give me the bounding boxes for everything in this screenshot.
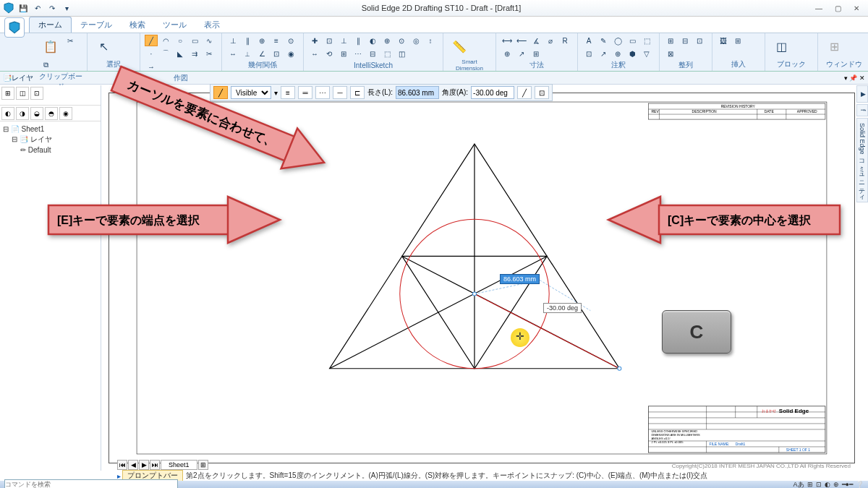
vtab-community[interactable]: Solid Edgeコミュニティ [856, 118, 868, 203]
panel-btn[interactable]: ◐ [1, 107, 14, 120]
tab-tools[interactable]: ツール [154, 17, 195, 33]
smart-dimension-button[interactable]: 📏 [448, 35, 471, 58]
maximize-button[interactable]: ▢ [829, 2, 846, 14]
ins-icon[interactable]: ⊞ [731, 35, 744, 46]
dim-icon[interactable]: ⊕ [501, 48, 514, 59]
zoom-fit-icon[interactable]: ⊕ [833, 481, 839, 488]
pin-icon[interactable]: ▾ 📌 ✕ [844, 74, 865, 82]
dim-icon[interactable]: ⌀ [544, 35, 557, 46]
ann-icon[interactable]: ⬢ [626, 48, 639, 59]
ann-icon[interactable]: ⊡ [582, 48, 595, 59]
panel-btn[interactable]: ◑ [16, 107, 29, 120]
is-icon[interactable]: ⟲ [323, 48, 336, 59]
is-icon[interactable]: ⬚ [380, 48, 393, 59]
undo-icon[interactable]: ↶ [32, 2, 43, 14]
dim-icon[interactable]: ∡ [529, 35, 542, 46]
is-icon[interactable]: ⊥ [337, 35, 350, 46]
is-icon[interactable]: ⊟ [366, 48, 379, 59]
is-icon[interactable]: ⋯ [352, 48, 365, 59]
paste-button[interactable]: 📋 [39, 35, 62, 58]
ann-icon[interactable]: ↗ [597, 48, 610, 59]
ann-icon[interactable]: ▽ [640, 48, 653, 59]
vtab-youtube[interactable]: ▶ [856, 85, 868, 103]
select-tool[interactable]: ↖ [92, 35, 115, 58]
offset-tool[interactable]: ⇉ [188, 48, 201, 59]
rel-icon[interactable]: ⟂ [241, 48, 254, 59]
circle-tool[interactable]: ○ [174, 35, 187, 46]
is-icon[interactable]: ⊙ [395, 35, 408, 46]
panel-btn[interactable]: ⊡ [30, 87, 43, 100]
is-icon[interactable]: ↕ [424, 35, 437, 46]
rel-icon[interactable]: ∠ [255, 48, 268, 59]
panel-btn[interactable]: ◫ [16, 87, 29, 100]
dim-icon[interactable]: ↗ [515, 48, 528, 59]
rel-icon[interactable]: ◉ [284, 48, 297, 59]
point-tool[interactable]: · [145, 48, 158, 59]
copy-icon[interactable]: ⧉ [39, 59, 52, 71]
rel-icon[interactable]: ⊕ [255, 35, 268, 46]
tree-node-sheet[interactable]: ⊟ 📄 Sheet1 [3, 124, 98, 134]
rel-icon[interactable]: ⊥ [226, 35, 239, 46]
zoom-slider[interactable]: ━●━ [842, 481, 853, 488]
tab-nav-next[interactable]: ▶ [139, 460, 149, 470]
ann-icon[interactable]: A [582, 35, 595, 46]
arc-tool[interactable]: ◠ [159, 35, 172, 46]
dim-icon[interactable]: R [558, 35, 571, 46]
angle-input[interactable] [471, 86, 514, 99]
is-icon[interactable]: ✚ [308, 35, 321, 46]
is-icon[interactable]: ∥ [352, 35, 365, 46]
redo-icon[interactable]: ↷ [46, 2, 58, 14]
layer-icon[interactable]: 📑 [3, 74, 12, 82]
tab-nav-first[interactable]: ⏮ [117, 460, 127, 470]
cut-icon[interactable]: ✂ [64, 35, 77, 46]
line-tool[interactable]: ╱ [145, 35, 158, 46]
dim-icon[interactable]: ⟷ [501, 35, 514, 46]
panel-btn[interactable]: ◒ [30, 107, 43, 120]
app-menu-icon[interactable] [3, 2, 14, 14]
is-icon[interactable]: ↔ [308, 48, 321, 59]
is-icon[interactable]: ◎ [409, 35, 422, 46]
help-icon[interactable]: ❔ [856, 481, 864, 488]
sheet-tab[interactable]: Sheet1 [161, 460, 197, 470]
arr-icon[interactable]: ⊠ [664, 48, 677, 59]
tree-node-layers[interactable]: ⊟ 📑 レイヤ [3, 134, 98, 145]
rect-tool[interactable]: ▭ [188, 35, 201, 46]
length-input[interactable] [396, 86, 439, 99]
status-icon[interactable]: ⊡ [816, 481, 822, 488]
tree-node-default[interactable]: ✏ Default [3, 145, 98, 155]
tab-table[interactable]: テーブル [72, 17, 121, 33]
rel-icon[interactable]: ⊡ [270, 48, 283, 59]
opt-btn[interactable]: ⊡ [535, 86, 549, 99]
is-icon[interactable]: ⊕ [380, 35, 393, 46]
opt-btn[interactable]: ╱ [517, 86, 532, 99]
dim-icon[interactable]: ⟵ [515, 35, 528, 46]
is-icon[interactable]: ⊞ [337, 48, 350, 59]
panel-btn[interactable]: ◓ [45, 107, 58, 120]
trim-tool[interactable]: ✂ [203, 48, 216, 59]
arr-icon[interactable]: ⊡ [693, 35, 706, 46]
save-icon[interactable]: 💾 [17, 2, 29, 14]
rel-icon[interactable]: ↔ [226, 48, 239, 59]
is-icon[interactable]: ◐ [366, 35, 379, 46]
qat-dropdown-icon[interactable]: ▾ [61, 2, 72, 14]
chamfer-tool[interactable]: ◣ [174, 48, 187, 59]
is-icon[interactable]: ◫ [395, 48, 408, 59]
tab-search[interactable]: 検索 [121, 17, 154, 33]
ann-icon[interactable]: ▭ [626, 35, 639, 46]
vtab-facebook[interactable]: f [856, 104, 868, 116]
rel-icon[interactable]: ∥ [241, 35, 254, 46]
tab-home[interactable]: ホーム [29, 17, 72, 33]
tab-nav-prev[interactable]: ◀ [128, 460, 138, 470]
tab-list-icon[interactable]: ⊞ [198, 460, 208, 470]
tab-nav-last[interactable]: ⏭ [150, 460, 160, 470]
ann-icon[interactable]: ⊕ [611, 48, 624, 59]
panel-btn[interactable]: ◉ [59, 107, 72, 120]
status-icon[interactable]: ⊞ [807, 481, 813, 488]
block-button[interactable]: ◫ [770, 35, 793, 58]
ann-icon[interactable]: ◯ [611, 35, 624, 46]
ann-icon[interactable]: ✎ [597, 35, 610, 46]
rel-icon[interactable]: ≡ [270, 35, 283, 46]
is-icon[interactable]: ⊡ [323, 35, 336, 46]
arr-icon[interactable]: ⊞ [664, 35, 677, 46]
rel-icon[interactable]: ⊙ [284, 35, 297, 46]
